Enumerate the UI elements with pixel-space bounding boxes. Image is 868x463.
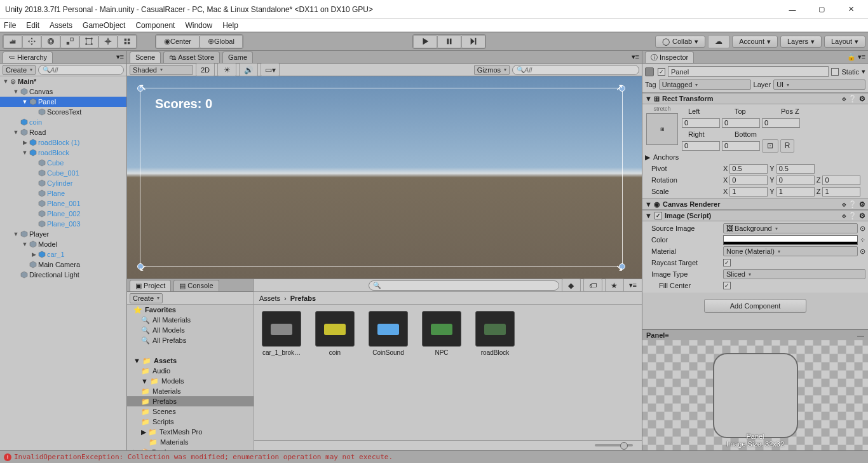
project-zoom-slider[interactable] (254, 440, 642, 450)
project-tree-item[interactable]: 📁 Materials (127, 386, 254, 396)
pivot-center-button[interactable]: ◉ Center (156, 35, 200, 48)
project-options-icon[interactable]: ▾≡ (627, 281, 639, 289)
source-picker-icon[interactable]: ⊙ (860, 225, 865, 233)
hierarchy-item[interactable]: ▼Road (0, 127, 126, 137)
active-checkbox[interactable]: ✓ (658, 68, 665, 76)
asset-item[interactable]: car_1_brok… (261, 311, 302, 356)
hierarchy-item[interactable]: ▶roadBlock (1) (0, 137, 126, 148)
hierarchy-item[interactable]: ▼Panel (0, 97, 126, 107)
move-tool[interactable] (22, 35, 41, 48)
hierarchy-item[interactable]: coin (0, 117, 126, 127)
scl-x-input[interactable] (729, 187, 768, 197)
layout-dropdown[interactable]: Layout ▾ (824, 36, 865, 48)
statusbar[interactable]: ! InvalidOperationException: Collection … (0, 450, 868, 463)
pause-button[interactable] (437, 35, 461, 48)
close-button[interactable]: ✕ (836, 0, 865, 19)
hierarchy-item[interactable]: ▼roadBlock (0, 148, 126, 158)
asset-item[interactable]: coin (314, 311, 356, 356)
selected-rect-gizmo[interactable]: ↖ ↗ ↙ ↘ (140, 88, 623, 267)
hierarchy-search[interactable]: 🔍All (38, 65, 124, 75)
top-input[interactable] (722, 118, 760, 128)
scene-search[interactable]: 🔍All (512, 65, 639, 75)
menu-assets[interactable]: Assets (50, 21, 72, 30)
static-checkbox[interactable] (831, 68, 839, 76)
minimize-button[interactable]: — (778, 0, 807, 19)
scene-2d-toggle[interactable]: 2D (196, 63, 215, 76)
inspector-lock-icon[interactable]: 🔒 ▾≡ (844, 53, 868, 61)
project-tree-item[interactable]: 📁 Materials (127, 437, 254, 447)
project-tree-item[interactable]: 🔍 All Models (127, 325, 254, 335)
play-button[interactable] (413, 35, 437, 48)
hierarchy-item[interactable]: Plane_001 (0, 198, 126, 209)
custom-tool[interactable] (118, 35, 137, 48)
blueprint-button[interactable]: ⊡ (762, 139, 778, 153)
source-image-field[interactable]: 🖼 Background (723, 223, 858, 233)
project-tree-item[interactable] (127, 345, 254, 356)
tab-hierarchy[interactable]: ≔ Hierarchy (3, 52, 53, 63)
image-type-dropdown[interactable]: Sliced (723, 269, 865, 279)
gameobject-icon[interactable] (645, 67, 654, 76)
hierarchy-item[interactable]: Cylinder (0, 178, 126, 188)
scl-z-input[interactable] (822, 187, 860, 197)
rot-x-input[interactable] (729, 176, 768, 185)
tag-dropdown[interactable]: Untagged (659, 79, 751, 90)
image-header[interactable]: ▼ ✓ Image (Script)⟐ ❔ ⚙ (642, 210, 868, 221)
material-field[interactable]: None (Material) (723, 246, 858, 256)
scene-light-toggle[interactable]: ☀ (217, 63, 236, 76)
rot-y-input[interactable] (776, 176, 815, 185)
project-star-icon[interactable]: ★ (605, 279, 624, 292)
cloud-button[interactable]: ☁ (708, 35, 729, 48)
layer-dropdown[interactable]: UI (773, 79, 865, 90)
project-filter-icon[interactable]: ◆ (562, 279, 581, 292)
hierarchy-item[interactable]: ▼Player (0, 229, 126, 239)
scene-shaded-dropdown[interactable]: Shaded (130, 65, 193, 75)
menu-gameobject[interactable]: GameObject (83, 21, 125, 30)
right-input[interactable] (682, 141, 720, 151)
scl-y-input[interactable] (776, 187, 815, 197)
tab-inspector[interactable]: ⓘ Inspector (645, 52, 694, 63)
material-picker-icon[interactable]: ⊙ (860, 247, 865, 256)
pivot-y-input[interactable] (776, 164, 815, 174)
scene-audio-toggle[interactable]: 🔊 (239, 63, 258, 76)
hierarchy-item[interactable]: ScoresText (0, 107, 126, 117)
step-button[interactable] (461, 35, 485, 48)
project-create-dropdown[interactable]: Create (130, 293, 163, 303)
hierarchy-item[interactable]: ▼Canvas (0, 86, 126, 97)
project-tree-item[interactable]: 📁 Scripts (127, 417, 254, 427)
project-tree-item[interactable]: 🔍 All Prefabs (127, 335, 254, 345)
hierarchy-item[interactable]: Plane_002 (0, 209, 126, 219)
project-tree-item[interactable]: 📁 Audio (127, 366, 254, 376)
menu-edit[interactable]: Edit (26, 21, 39, 30)
hierarchy-item[interactable]: ▼Model (0, 239, 126, 249)
rect-transform-header[interactable]: ▼ ⊞ Rect Transform⟐ ❔ ⚙ (642, 93, 868, 104)
tab-project[interactable]: ▣ Project (130, 280, 171, 291)
asset-item[interactable]: CoinSound (367, 311, 409, 356)
scale-tool[interactable] (60, 35, 79, 48)
tab-console[interactable]: ▤ Console (173, 280, 219, 291)
menu-help[interactable]: Help (222, 21, 238, 30)
layers-dropdown[interactable]: Layers ▾ (780, 36, 822, 48)
hierarchy-item[interactable]: Main Camera (0, 259, 126, 270)
hierarchy-item[interactable]: Plane (0, 188, 126, 198)
project-search[interactable]: 🔍 (369, 280, 559, 291)
canvas-renderer-header[interactable]: ▼ ◉ Canvas Renderer⟐ ❔ ⚙ (642, 198, 868, 210)
scene-options-icon[interactable]: ▾≡ (629, 53, 642, 61)
project-tree-item[interactable]: ▼ 📁 Assets (127, 356, 254, 366)
rot-z-input[interactable] (822, 176, 860, 185)
hierarchy-item[interactable]: Plane_003 (0, 219, 126, 229)
raw-button[interactable]: R (780, 139, 794, 153)
hierarchy-item[interactable]: Cube (0, 158, 126, 168)
crumb-prefabs[interactable]: Prefabs (290, 294, 316, 302)
bottom-input[interactable] (722, 141, 760, 151)
account-dropdown[interactable]: Account ▾ (732, 36, 778, 48)
left-input[interactable] (682, 118, 720, 128)
scene-gizmos-dropdown[interactable]: Gizmos (474, 65, 510, 75)
tab-scene[interactable]: Scene (130, 52, 161, 63)
project-tree-item[interactable]: ▼ 📁 Models (127, 376, 254, 386)
tab-asset-store[interactable]: 🛍 Asset Store (163, 52, 220, 63)
hierarchy-create-dropdown[interactable]: Create (3, 65, 36, 75)
project-tree-item[interactable]: 🔍 All Materials (127, 315, 254, 325)
asset-item[interactable]: roadBlock (474, 311, 516, 356)
project-label-icon[interactable]: 🏷 (583, 279, 602, 292)
project-tree-item[interactable]: 📁 Prefabs (127, 396, 254, 406)
